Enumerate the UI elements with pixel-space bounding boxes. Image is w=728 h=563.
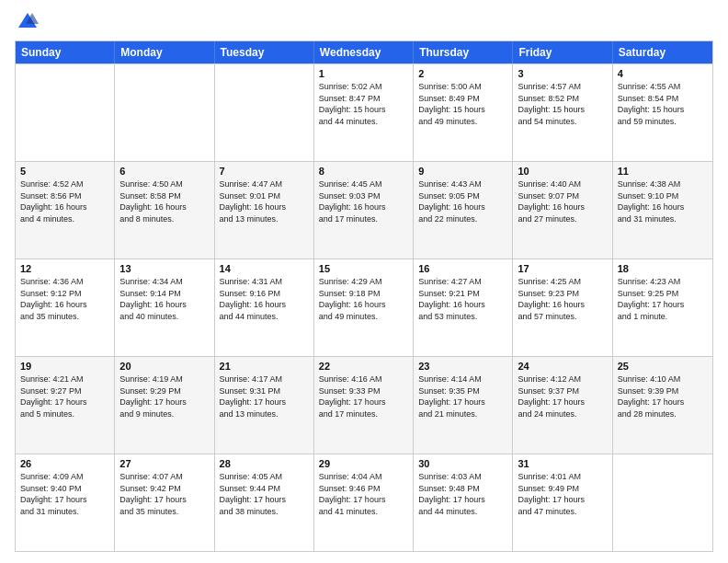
day-number: 3 (518, 68, 607, 79)
day-number: 14 (220, 263, 309, 274)
page: SundayMondayTuesdayWednesdayThursdayFrid… (0, 0, 728, 563)
day-number: 24 (518, 361, 607, 372)
day-info: Sunrise: 4:12 AMSunset: 9:37 PMDaylight:… (518, 373, 607, 419)
day-info: Sunrise: 4:52 AMSunset: 8:56 PMDaylight:… (20, 178, 109, 224)
day-cell-6: 6Sunrise: 4:50 AMSunset: 8:58 PMDaylight… (115, 162, 214, 259)
day-number: 28 (220, 458, 309, 469)
day-info: Sunrise: 4:50 AMSunset: 8:58 PMDaylight:… (119, 178, 209, 224)
day-number: 4 (618, 68, 708, 79)
day-cell-7: 7Sunrise: 4:47 AMSunset: 9:01 PMDaylight… (215, 162, 314, 259)
day-info: Sunrise: 4:23 AMSunset: 9:25 PMDaylight:… (618, 276, 708, 322)
empty-cell (115, 64, 214, 161)
day-info: Sunrise: 4:14 AMSunset: 9:35 PMDaylight:… (418, 373, 507, 419)
day-number: 1 (319, 68, 408, 79)
empty-cell (16, 64, 115, 161)
day-number: 26 (20, 458, 109, 469)
day-info: Sunrise: 4:34 AMSunset: 9:14 PMDaylight:… (119, 276, 209, 322)
day-info: Sunrise: 4:43 AMSunset: 9:05 PMDaylight:… (418, 178, 507, 224)
day-info: Sunrise: 4:36 AMSunset: 9:12 PMDaylight:… (20, 276, 109, 322)
day-cell-17: 17Sunrise: 4:25 AMSunset: 9:23 PMDayligh… (513, 259, 612, 356)
day-cell-22: 22Sunrise: 4:16 AMSunset: 9:33 PMDayligh… (314, 357, 414, 454)
day-info: Sunrise: 4:57 AMSunset: 8:52 PMDaylight:… (518, 81, 607, 127)
day-info: Sunrise: 4:04 AMSunset: 9:46 PMDaylight:… (319, 471, 408, 517)
day-info: Sunrise: 4:47 AMSunset: 9:01 PMDaylight:… (220, 178, 309, 224)
day-info: Sunrise: 5:00 AMSunset: 8:49 PMDaylight:… (418, 81, 507, 127)
day-number: 12 (20, 263, 109, 274)
day-info: Sunrise: 4:01 AMSunset: 9:49 PMDaylight:… (518, 471, 607, 517)
day-number: 8 (319, 166, 408, 177)
week-row-2: 5Sunrise: 4:52 AMSunset: 8:56 PMDaylight… (16, 161, 712, 259)
header-day-monday: Monday (115, 41, 214, 63)
logo (15, 11, 39, 33)
header-day-thursday: Thursday (414, 41, 513, 63)
day-info: Sunrise: 4:38 AMSunset: 9:10 PMDaylight:… (618, 178, 708, 224)
calendar: SundayMondayTuesdayWednesdayThursdayFrid… (15, 40, 713, 552)
calendar-body: 1Sunrise: 5:02 AMSunset: 8:47 PMDaylight… (16, 63, 712, 551)
day-info: Sunrise: 4:29 AMSunset: 9:18 PMDaylight:… (319, 276, 408, 322)
day-number: 5 (20, 166, 109, 177)
day-number: 25 (618, 361, 708, 372)
day-cell-29: 29Sunrise: 4:04 AMSunset: 9:46 PMDayligh… (314, 454, 414, 551)
day-cell-1: 1Sunrise: 5:02 AMSunset: 8:47 PMDaylight… (314, 64, 414, 161)
day-number: 23 (418, 361, 507, 372)
calendar-header: SundayMondayTuesdayWednesdayThursdayFrid… (16, 41, 712, 63)
day-cell-13: 13Sunrise: 4:34 AMSunset: 9:14 PMDayligh… (115, 259, 214, 356)
logo-icon (17, 11, 39, 33)
day-number: 22 (319, 361, 408, 372)
day-cell-28: 28Sunrise: 4:05 AMSunset: 9:44 PMDayligh… (215, 454, 314, 551)
day-number: 18 (618, 263, 708, 274)
header (15, 11, 713, 33)
week-row-4: 19Sunrise: 4:21 AMSunset: 9:27 PMDayligh… (16, 356, 712, 454)
week-row-5: 26Sunrise: 4:09 AMSunset: 9:40 PMDayligh… (16, 454, 712, 551)
header-day-friday: Friday (513, 41, 612, 63)
empty-cell (613, 454, 712, 551)
day-cell-31: 31Sunrise: 4:01 AMSunset: 9:49 PMDayligh… (513, 454, 612, 551)
day-info: Sunrise: 4:40 AMSunset: 9:07 PMDaylight:… (518, 178, 607, 224)
week-row-1: 1Sunrise: 5:02 AMSunset: 8:47 PMDaylight… (16, 63, 712, 161)
day-cell-5: 5Sunrise: 4:52 AMSunset: 8:56 PMDaylight… (16, 162, 115, 259)
header-day-sunday: Sunday (16, 41, 115, 63)
day-cell-8: 8Sunrise: 4:45 AMSunset: 9:03 PMDaylight… (314, 162, 414, 259)
day-info: Sunrise: 4:25 AMSunset: 9:23 PMDaylight:… (518, 276, 607, 322)
day-cell-23: 23Sunrise: 4:14 AMSunset: 9:35 PMDayligh… (414, 357, 513, 454)
day-info: Sunrise: 5:02 AMSunset: 8:47 PMDaylight:… (319, 81, 408, 127)
day-cell-18: 18Sunrise: 4:23 AMSunset: 9:25 PMDayligh… (613, 259, 712, 356)
header-day-wednesday: Wednesday (314, 41, 414, 63)
day-number: 31 (518, 458, 607, 469)
day-info: Sunrise: 4:10 AMSunset: 9:39 PMDaylight:… (618, 373, 708, 419)
day-cell-12: 12Sunrise: 4:36 AMSunset: 9:12 PMDayligh… (16, 259, 115, 356)
day-number: 29 (319, 458, 408, 469)
day-number: 30 (418, 458, 507, 469)
day-cell-10: 10Sunrise: 4:40 AMSunset: 9:07 PMDayligh… (513, 162, 612, 259)
day-number: 10 (518, 166, 607, 177)
day-number: 16 (418, 263, 507, 274)
day-cell-24: 24Sunrise: 4:12 AMSunset: 9:37 PMDayligh… (513, 357, 612, 454)
header-day-saturday: Saturday (613, 41, 712, 63)
day-cell-4: 4Sunrise: 4:55 AMSunset: 8:54 PMDaylight… (613, 64, 712, 161)
day-number: 17 (518, 263, 607, 274)
day-info: Sunrise: 4:55 AMSunset: 8:54 PMDaylight:… (618, 81, 708, 127)
day-cell-11: 11Sunrise: 4:38 AMSunset: 9:10 PMDayligh… (613, 162, 712, 259)
day-number: 9 (418, 166, 507, 177)
week-row-3: 12Sunrise: 4:36 AMSunset: 9:12 PMDayligh… (16, 259, 712, 356)
day-cell-15: 15Sunrise: 4:29 AMSunset: 9:18 PMDayligh… (314, 259, 414, 356)
day-cell-25: 25Sunrise: 4:10 AMSunset: 9:39 PMDayligh… (613, 357, 712, 454)
day-info: Sunrise: 4:07 AMSunset: 9:42 PMDaylight:… (119, 471, 209, 517)
day-number: 19 (20, 361, 109, 372)
empty-cell (215, 64, 314, 161)
day-cell-16: 16Sunrise: 4:27 AMSunset: 9:21 PMDayligh… (414, 259, 513, 356)
day-number: 21 (220, 361, 309, 372)
day-number: 15 (319, 263, 408, 274)
day-number: 6 (119, 166, 209, 177)
day-cell-30: 30Sunrise: 4:03 AMSunset: 9:48 PMDayligh… (414, 454, 513, 551)
day-info: Sunrise: 4:19 AMSunset: 9:29 PMDaylight:… (119, 373, 209, 419)
day-number: 27 (119, 458, 209, 469)
day-cell-3: 3Sunrise: 4:57 AMSunset: 8:52 PMDaylight… (513, 64, 612, 161)
day-number: 20 (119, 361, 209, 372)
day-info: Sunrise: 4:03 AMSunset: 9:48 PMDaylight:… (418, 471, 507, 517)
day-cell-20: 20Sunrise: 4:19 AMSunset: 9:29 PMDayligh… (115, 357, 214, 454)
day-cell-26: 26Sunrise: 4:09 AMSunset: 9:40 PMDayligh… (16, 454, 115, 551)
day-number: 13 (119, 263, 209, 274)
day-cell-14: 14Sunrise: 4:31 AMSunset: 9:16 PMDayligh… (215, 259, 314, 356)
day-info: Sunrise: 4:17 AMSunset: 9:31 PMDaylight:… (220, 373, 309, 419)
